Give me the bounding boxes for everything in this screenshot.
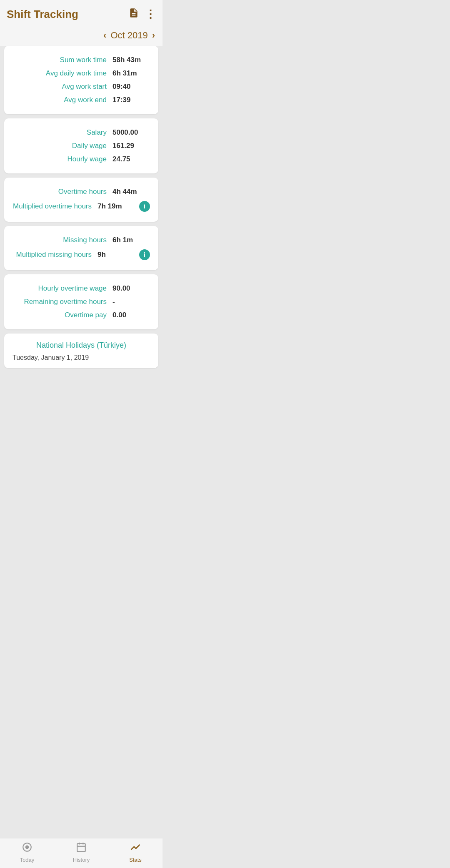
avg-end-value: 17:39 bbox=[112, 96, 150, 104]
month-label: Oct 2019 bbox=[110, 30, 148, 41]
avg-start-value: 09:40 bbox=[112, 83, 150, 91]
next-month-button[interactable]: › bbox=[152, 30, 155, 41]
hourly-overtime-wage-value: 90.00 bbox=[112, 284, 150, 293]
overtime-hours-label: Overtime hours bbox=[58, 188, 107, 196]
missing-info-icon[interactable]: i bbox=[139, 249, 150, 260]
hourly-overtime-wage-row: Hourly overtime wage 90.00 bbox=[12, 282, 150, 295]
prev-month-button[interactable]: ‹ bbox=[103, 30, 106, 41]
month-nav: ‹ Oct 2019 › bbox=[0, 27, 162, 46]
sum-work-time-label: Sum work time bbox=[60, 56, 107, 64]
overtime-pay-card: Hourly overtime wage 90.00 Remaining ove… bbox=[4, 274, 158, 329]
missing-hours-label: Missing hours bbox=[63, 236, 107, 244]
salary-label: Salary bbox=[87, 128, 107, 137]
hourly-wage-row: Hourly wage 24.75 bbox=[12, 153, 150, 166]
holidays-date: Tuesday, January 1, 2019 bbox=[12, 354, 150, 361]
remaining-overtime-value: - bbox=[112, 298, 150, 306]
hourly-wage-value: 24.75 bbox=[112, 155, 150, 163]
holidays-card: National Holidays (Türkiye) Tuesday, Jan… bbox=[4, 334, 158, 368]
multiplied-missing-label: Multiplied missing hours bbox=[16, 251, 92, 259]
avg-start-row: Avg work start 09:40 bbox=[12, 80, 150, 93]
holidays-title: National Holidays (Türkiye) bbox=[12, 341, 150, 350]
multiplied-overtime-value: 7h 19m bbox=[98, 202, 135, 211]
missing-hours-card: Missing hours 6h 1m Multiplied missing h… bbox=[4, 226, 158, 270]
app-title: Shift Tracking bbox=[7, 8, 78, 21]
avg-end-label: Avg work end bbox=[64, 96, 107, 104]
remaining-overtime-row: Remaining overtime hours - bbox=[12, 295, 150, 309]
multiplied-missing-row: Multiplied missing hours 9h i bbox=[12, 247, 150, 263]
overtime-card: Overtime hours 4h 44m Multiplied overtim… bbox=[4, 178, 158, 222]
avg-daily-label: Avg daily work time bbox=[46, 69, 107, 78]
work-time-card: Sum work time 58h 43m Avg daily work tim… bbox=[4, 46, 158, 114]
report-icon[interactable] bbox=[128, 8, 139, 21]
hourly-wage-label: Hourly wage bbox=[68, 155, 107, 163]
content-area: Sum work time 58h 43m Avg daily work tim… bbox=[0, 46, 162, 401]
avg-start-label: Avg work start bbox=[62, 83, 107, 91]
daily-wage-label: Daily wage bbox=[72, 142, 107, 150]
overtime-hours-row: Overtime hours 4h 44m bbox=[12, 185, 150, 198]
overtime-info-icon[interactable]: i bbox=[139, 201, 150, 212]
salary-row: Salary 5000.00 bbox=[12, 126, 150, 139]
multiplied-missing-value: 9h bbox=[98, 251, 135, 259]
more-options-icon[interactable]: ⋮ bbox=[145, 8, 156, 21]
daily-wage-value: 161.29 bbox=[112, 142, 150, 150]
avg-daily-value: 6h 31m bbox=[112, 69, 150, 78]
hourly-overtime-wage-label: Hourly overtime wage bbox=[38, 284, 107, 293]
overtime-pay-value: 0.00 bbox=[112, 311, 150, 319]
header-icons: ⋮ bbox=[128, 8, 156, 21]
multiplied-overtime-label: Multiplied overtime hours bbox=[13, 202, 92, 211]
overtime-hours-value: 4h 44m bbox=[112, 188, 150, 196]
overtime-pay-label: Overtime pay bbox=[65, 311, 107, 319]
overtime-pay-row: Overtime pay 0.00 bbox=[12, 309, 150, 322]
sum-work-time-value: 58h 43m bbox=[112, 56, 150, 64]
avg-end-row: Avg work end 17:39 bbox=[12, 93, 150, 107]
wages-card: Salary 5000.00 Daily wage 161.29 Hourly … bbox=[4, 118, 158, 173]
salary-value: 5000.00 bbox=[112, 128, 150, 137]
remaining-overtime-label: Remaining overtime hours bbox=[24, 298, 107, 306]
multiplied-overtime-row: Multiplied overtime hours 7h 19m i bbox=[12, 198, 150, 214]
sum-work-time-row: Sum work time 58h 43m bbox=[12, 53, 150, 67]
missing-hours-value: 6h 1m bbox=[112, 236, 150, 244]
daily-wage-row: Daily wage 161.29 bbox=[12, 139, 150, 153]
avg-daily-row: Avg daily work time 6h 31m bbox=[12, 67, 150, 80]
app-header: Shift Tracking ⋮ bbox=[0, 0, 162, 27]
missing-hours-row: Missing hours 6h 1m bbox=[12, 233, 150, 247]
